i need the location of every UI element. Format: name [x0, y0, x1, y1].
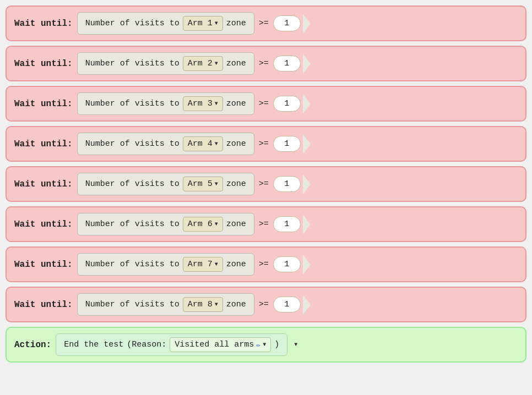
- arm-dropdown-arrow-6[interactable]: ▼: [215, 221, 218, 227]
- arm-label-8: Arm 8: [188, 300, 213, 309]
- arrow-end-6: [303, 215, 311, 234]
- reason-dropdown-arrow[interactable]: ▼: [263, 342, 266, 348]
- reason-label: (Reason:: [127, 340, 166, 349]
- wait-label-4: Wait until:: [14, 139, 73, 149]
- arm-label-7: Arm 7: [188, 260, 213, 269]
- prefix-text-5: Number of visits to: [85, 179, 180, 189]
- wait-label-2: Wait until:: [14, 59, 73, 69]
- condition-row-2: Wait until: Number of visits to Arm 2 ▼ …: [6, 46, 526, 81]
- suffix-text-4: zone: [226, 139, 246, 149]
- value-box-4[interactable]: 1: [273, 136, 301, 152]
- arm-dropdown-arrow-5[interactable]: ▼: [215, 181, 218, 187]
- prefix-text-1: Number of visits to: [85, 19, 180, 28]
- prefix-text-2: Number of visits to: [85, 59, 180, 68]
- condition-row-6: Wait until: Number of visits to Arm 6 ▼ …: [6, 206, 526, 242]
- operator-1: >=: [259, 19, 269, 28]
- prefix-text-7: Number of visits to: [85, 260, 180, 269]
- arm-label-2: Arm 2: [188, 59, 213, 68]
- wait-label-1: Wait until:: [14, 19, 73, 29]
- operator-3: >=: [259, 99, 269, 108]
- operator-4: >=: [259, 139, 269, 149]
- arm-dropdown-arrow-4[interactable]: ▼: [215, 141, 218, 147]
- condition-inner-6: Number of visits to Arm 6 ▼ zone: [77, 213, 254, 235]
- arrow-end-5: [303, 174, 311, 194]
- arm-dropdown-arrow-1[interactable]: ▼: [215, 20, 218, 26]
- arm-select-4[interactable]: Arm 4 ▼: [183, 136, 223, 151]
- condition-row-8: Wait until: Number of visits to Arm 8 ▼ …: [6, 287, 526, 322]
- close-paren: ): [274, 340, 279, 349]
- arm-label-3: Arm 3: [188, 99, 213, 108]
- condition-inner-5: Number of visits to Arm 5 ▼ zone: [77, 173, 254, 195]
- reason-value: Visited all arms: [175, 340, 254, 349]
- operator-5: >=: [259, 179, 269, 189]
- wait-label-6: Wait until:: [14, 220, 73, 229]
- suffix-text-8: zone: [226, 300, 246, 309]
- arm-dropdown-arrow-7[interactable]: ▼: [215, 261, 218, 267]
- action-label: Action:: [14, 340, 51, 350]
- value-box-5[interactable]: 1: [273, 176, 301, 192]
- value-box-2[interactable]: 1: [273, 56, 301, 72]
- arm-label-5: Arm 5: [188, 179, 213, 189]
- condition-row-3: Wait until: Number of visits to Arm 3 ▼ …: [6, 86, 526, 122]
- condition-inner-3: Number of visits to Arm 3 ▼ zone: [77, 92, 254, 115]
- condition-inner-4: Number of visits to Arm 4 ▼ zone: [77, 133, 254, 155]
- value-box-7[interactable]: 1: [273, 256, 301, 272]
- suffix-text-6: zone: [226, 220, 246, 229]
- value-box-3[interactable]: 1: [273, 96, 301, 112]
- wait-label-8: Wait until:: [14, 300, 73, 310]
- suffix-text-2: zone: [226, 59, 246, 68]
- arm-label-4: Arm 4: [188, 139, 213, 149]
- condition-inner-2: Number of visits to Arm 2 ▼ zone: [77, 52, 254, 75]
- arrow-end-1: [303, 14, 311, 34]
- value-box-8[interactable]: 1: [273, 297, 301, 312]
- action-outer-dropdown-arrow[interactable]: ▼: [294, 342, 297, 348]
- arm-label-1: Arm 1: [188, 19, 213, 28]
- operator-6: >=: [259, 220, 269, 229]
- operator-8: >=: [259, 300, 269, 309]
- condition-row-1: Wait until: Number of visits to Arm 1 ▼ …: [6, 6, 526, 41]
- condition-row-5: Wait until: Number of visits to Arm 5 ▼ …: [6, 166, 526, 202]
- wait-label-3: Wait until:: [14, 99, 73, 109]
- arm-dropdown-arrow-3[interactable]: ▼: [215, 101, 218, 107]
- value-box-6[interactable]: 1: [273, 216, 301, 232]
- reason-select[interactable]: Visited all arms ✏️ ▼: [170, 337, 271, 352]
- arm-select-6[interactable]: Arm 6 ▼: [183, 217, 223, 232]
- value-box-1[interactable]: 1: [273, 15, 301, 31]
- action-text: End the test: [64, 340, 123, 349]
- arm-select-8[interactable]: Arm 8 ▼: [183, 297, 223, 312]
- prefix-text-6: Number of visits to: [85, 220, 180, 229]
- prefix-text-3: Number of visits to: [85, 99, 180, 108]
- arrow-end-8: [303, 295, 311, 315]
- condition-inner-8: Number of visits to Arm 8 ▼ zone: [77, 293, 254, 316]
- operator-2: >=: [259, 59, 269, 68]
- wait-label-5: Wait until:: [14, 179, 73, 189]
- action-inner: End the test (Reason: Visited all arms ✏…: [56, 333, 287, 356]
- suffix-text-3: zone: [226, 99, 246, 108]
- arm-select-2[interactable]: Arm 2 ▼: [183, 56, 223, 71]
- prefix-text-8: Number of visits to: [85, 300, 180, 309]
- arm-dropdown-arrow-8[interactable]: ▼: [215, 301, 218, 308]
- arm-dropdown-arrow-2[interactable]: ▼: [215, 61, 218, 67]
- arrow-end-3: [303, 94, 311, 114]
- condition-row-7: Wait until: Number of visits to Arm 7 ▼ …: [6, 246, 526, 282]
- arm-label-6: Arm 6: [188, 220, 213, 229]
- arrow-end-2: [303, 54, 311, 74]
- wait-label-7: Wait until:: [14, 260, 73, 270]
- condition-row-4: Wait until: Number of visits to Arm 4 ▼ …: [6, 126, 526, 162]
- arm-select-7[interactable]: Arm 7 ▼: [183, 257, 223, 272]
- suffix-text-1: zone: [226, 19, 246, 28]
- edit-icon[interactable]: ✏️: [256, 341, 260, 349]
- condition-inner-1: Number of visits to Arm 1 ▼ zone: [77, 12, 254, 35]
- arrow-end-4: [303, 134, 311, 154]
- prefix-text-4: Number of visits to: [85, 139, 180, 149]
- arm-select-1[interactable]: Arm 1 ▼: [183, 16, 223, 31]
- condition-inner-7: Number of visits to Arm 7 ▼ zone: [77, 253, 254, 276]
- arm-select-5[interactable]: Arm 5 ▼: [183, 177, 223, 191]
- arm-select-3[interactable]: Arm 3 ▼: [183, 96, 223, 111]
- suffix-text-7: zone: [226, 260, 246, 269]
- action-row: Action: End the test (Reason: Visited al…: [6, 327, 526, 363]
- operator-7: >=: [259, 260, 269, 269]
- suffix-text-5: zone: [226, 179, 246, 189]
- arrow-end-7: [303, 255, 311, 275]
